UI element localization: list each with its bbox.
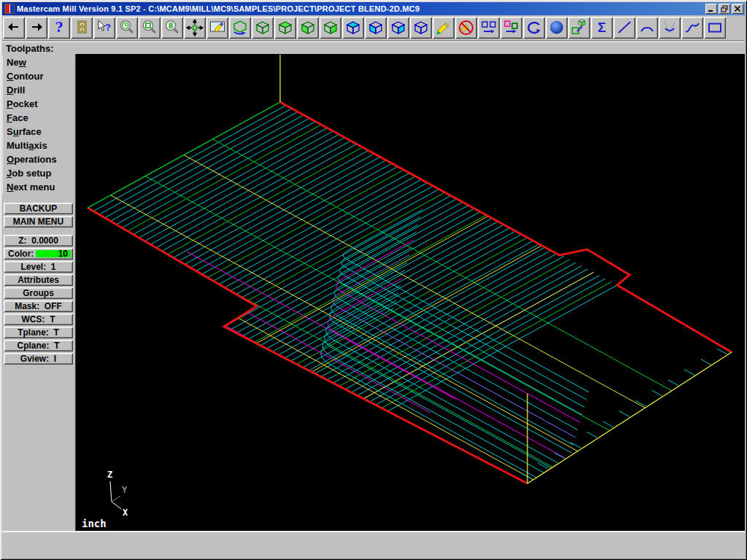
gview-cube-green-wire-button[interactable] <box>252 17 274 39</box>
file-cabinet-icon <box>73 19 90 36</box>
forward-arrow-button[interactable] <box>26 17 47 39</box>
menu-item-drill[interactable]: Drill <box>3 83 74 97</box>
svg-text:Σ: Σ <box>597 20 605 35</box>
mask-button[interactable]: Mask: OFF <box>4 300 73 312</box>
sketch-pencil-button[interactable] <box>433 17 454 39</box>
app-icon <box>4 4 15 14</box>
create-arc-button[interactable] <box>636 17 658 39</box>
gview-cube-blue-top-icon <box>344 19 362 36</box>
create-rectangle-icon <box>706 19 724 36</box>
menu-item-multiaxis[interactable]: Multiaxis <box>3 139 74 152</box>
close-button[interactable] <box>732 4 743 14</box>
minimize-icon <box>708 5 715 12</box>
axis-label-y: Y <box>122 485 128 495</box>
title-bar[interactable]: Mastercam Mill Version 9.1 SP2 - C:\MCAM… <box>2 2 745 15</box>
zoom-button[interactable] <box>116 17 138 39</box>
xform-copy-button[interactable] <box>500 17 522 39</box>
color-swatch: 10 <box>36 250 71 257</box>
menu-item-face[interactable]: Face <box>3 111 74 125</box>
gview-button[interactable]: Gview: I <box>4 353 73 365</box>
wcs-button[interactable]: WCS: T <box>4 314 73 325</box>
minimize-button[interactable] <box>705 4 717 14</box>
backup-button[interactable]: BACKUP <box>4 203 73 214</box>
toolpaths-menu: NewContourDrillPocketFaceSurfaceMultiaxi… <box>2 55 74 194</box>
gview-cube-green-right-button[interactable] <box>320 17 341 39</box>
main-menu-button[interactable]: MAIN MENU <box>4 216 73 228</box>
delete-icon <box>457 19 475 36</box>
create-fillet-icon <box>661 19 678 36</box>
z-depth-button[interactable]: Z: 0.0000 <box>4 235 73 246</box>
repaint-button[interactable] <box>206 17 228 39</box>
menu-item-job-setup[interactable]: Job setup <box>3 166 74 180</box>
gview-cube-green-left-button[interactable] <box>297 17 319 39</box>
analyze-cursor-icon: ? <box>96 19 113 36</box>
gview-cube-green-right-icon <box>322 19 339 36</box>
menu-title-strip: Toolpaths: <box>2 42 745 54</box>
pan-icon <box>186 19 204 36</box>
mastercam-window: Mastercam Mill Version 9.1 SP2 - C:\MCAM… <box>0 0 747 560</box>
delete-button[interactable] <box>455 17 477 39</box>
create-arc-icon <box>638 19 656 36</box>
viewport-cube-button[interactable] <box>568 17 590 39</box>
gview-cube-green-left-icon <box>299 19 317 36</box>
back-arrow-button[interactable] <box>3 17 25 39</box>
gview-cube-blue-wire-button[interactable] <box>410 17 432 39</box>
file-cabinet-button[interactable] <box>71 17 93 39</box>
menu-item-operations[interactable]: Operations <box>3 152 74 166</box>
gview-cube-blue-left-icon <box>367 19 384 36</box>
sum-sigma-button[interactable]: Σ <box>591 17 613 39</box>
create-line-button[interactable] <box>614 17 635 39</box>
viewport-cube-icon <box>570 19 588 36</box>
dynamic-rotate-button[interactable] <box>229 17 251 39</box>
restore-button[interactable] <box>719 4 730 14</box>
menu-title: Toolpaths: <box>6 43 53 54</box>
create-spline-button[interactable] <box>681 17 703 39</box>
menu-item-new[interactable]: New <box>3 55 74 69</box>
gview-cube-blue-top-button[interactable] <box>342 17 364 39</box>
axes-indicator: ZXY <box>107 470 128 518</box>
dynamic-rotate-icon <box>231 19 249 36</box>
gview-cube-blue-left-button[interactable] <box>365 17 387 39</box>
wireframe-model: ZXY <box>76 54 745 531</box>
pan-button[interactable] <box>184 17 206 39</box>
menu-item-contour[interactable]: Contour <box>3 69 74 83</box>
translate-icon <box>480 19 498 36</box>
gview-cube-blue-front-button[interactable] <box>387 17 409 39</box>
create-rectangle-button[interactable] <box>704 17 726 39</box>
forward-arrow-icon <box>28 19 45 36</box>
unit-label: inch <box>82 518 107 529</box>
translate-button[interactable] <box>478 17 500 39</box>
window-title: Mastercam Mill Version 9.1 SP2 - C:\MCAM… <box>17 4 419 13</box>
xform-copy-icon <box>503 19 520 36</box>
cplane-button[interactable]: Cplane: T <box>4 340 73 351</box>
analyze-cursor-button[interactable]: ? <box>93 17 115 39</box>
shade-sphere-icon <box>548 19 565 36</box>
groups-button[interactable]: Groups <box>4 287 73 299</box>
gview-cube-blue-front-icon <box>390 19 407 36</box>
zoom-window-button[interactable] <box>139 17 160 39</box>
main-toolbar: ?? 8Σ <box>2 15 745 41</box>
undo-button[interactable] <box>523 17 545 39</box>
graphics-viewport[interactable]: ZXY inch <box>76 54 745 531</box>
shade-sphere-button[interactable] <box>546 17 568 39</box>
repaint-icon <box>209 19 226 36</box>
tplane-button[interactable]: Tplane: T <box>4 327 73 338</box>
svg-text:?: ? <box>105 22 111 33</box>
color-button[interactable]: Color:10 <box>4 248 73 260</box>
menu-item-next-menu[interactable]: Next menu <box>3 180 74 194</box>
back-arrow-icon <box>5 19 23 36</box>
gview-cube-green-top-button[interactable] <box>274 17 296 39</box>
menu-item-pocket[interactable]: Pocket <box>3 97 74 111</box>
menu-item-surface[interactable]: Surface <box>3 125 74 139</box>
close-icon <box>734 5 741 12</box>
help-button[interactable]: ? <box>48 17 70 39</box>
sum-sigma-icon: Σ <box>593 19 611 36</box>
create-fillet-button[interactable] <box>659 17 681 39</box>
zoom-window-icon <box>141 19 158 36</box>
attributes-button[interactable]: Attributes <box>4 274 73 286</box>
unzoom-icon: 8 <box>163 19 181 36</box>
status-bar <box>2 531 745 559</box>
level-button[interactable]: Level: 1 <box>4 261 73 273</box>
sidebar-menu-panel: NewContourDrillPocketFaceSurfaceMultiaxi… <box>2 54 76 531</box>
unzoom-button[interactable]: 8 <box>161 17 183 39</box>
